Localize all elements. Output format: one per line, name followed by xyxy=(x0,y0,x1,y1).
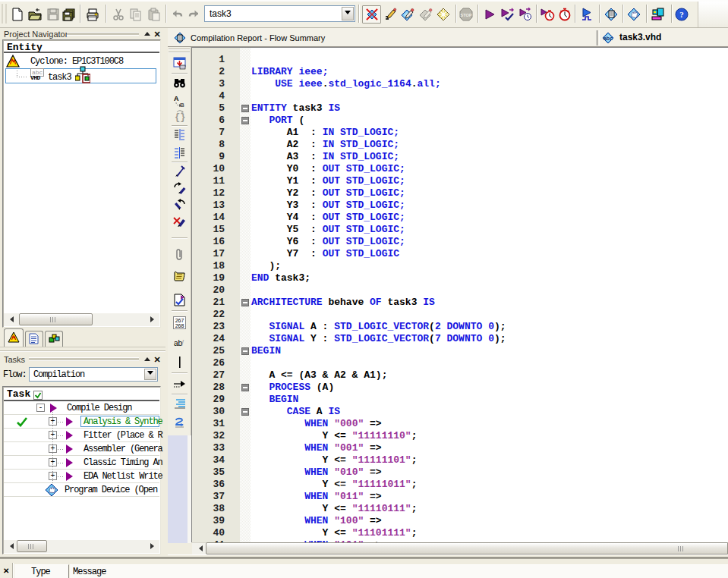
svg-text:/: / xyxy=(181,338,184,347)
svg-text:?: ? xyxy=(679,10,684,19)
svg-text:B: B xyxy=(180,102,184,108)
svg-text:267: 267 xyxy=(175,318,184,323)
svg-text:abc: abc xyxy=(604,36,613,41)
svg-text:STOP: STOP xyxy=(461,13,472,17)
svg-text:A: A xyxy=(174,95,179,102)
svg-text:{}: {} xyxy=(175,112,185,122)
svg-text:268: 268 xyxy=(175,323,184,328)
